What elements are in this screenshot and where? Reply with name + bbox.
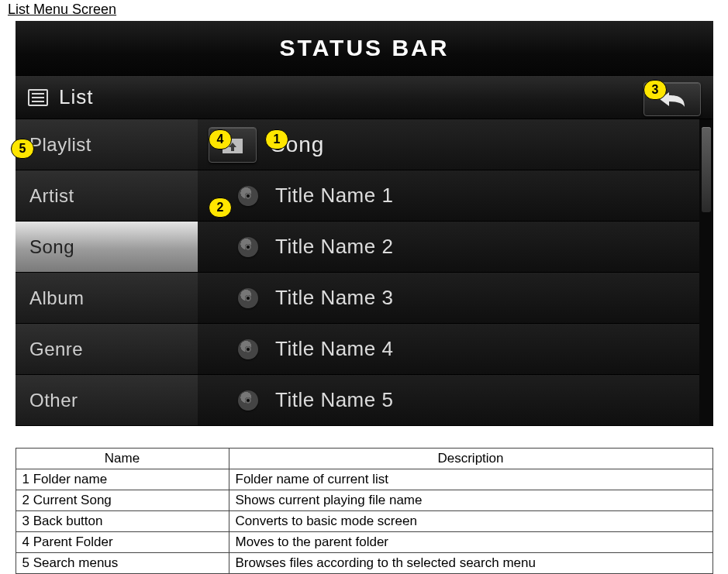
cell-desc: Browses files according to th selected s… [229,553,712,574]
cell-name: 2 Current Song [16,490,229,511]
table-header-name: Name [16,449,229,469]
song-icon [238,339,258,359]
sidebar-item-label: Genre [29,339,83,360]
sidebar-item-genre[interactable]: Genre [16,324,198,375]
track-title: Title Name 1 [275,184,393,208]
callout-5: 5 [11,139,34,159]
track-row[interactable]: Title Name 5 [198,375,713,426]
table-row: 1 Folder name Folder name of current lis… [16,469,712,490]
status-bar: STATUS BAR [16,21,713,76]
sidebar-item-artist[interactable]: Artist [16,170,198,222]
sidebar-item-label: Song [29,236,74,258]
track-row[interactable]: Title Name 4 [198,324,713,375]
device-screen: STATUS BAR List Playlist Artist Song Alb… [16,21,713,426]
sidebar-item-song[interactable]: Song [16,222,198,273]
cell-desc: Moves to the parent folder [229,532,712,553]
track-title: Title Name 4 [275,337,393,361]
track-title: Title Name 3 [275,286,393,310]
sidebar-item-album[interactable]: Album [16,273,198,324]
cell-desc: Converts to basic mode screen [229,511,712,532]
table-row: 5 Search menus Browses files according t… [16,553,712,574]
cell-name: 4 Parent Folder [16,532,229,553]
song-icon [238,288,258,308]
track-title: Title Name 2 [275,235,393,259]
sidebar-item-label: Other [29,390,78,411]
sidebar-item-label: Artist [29,185,74,207]
track-row[interactable]: Title Name 3 [198,273,713,324]
callout-2: 2 [209,198,232,218]
description-table: Name Description 1 Folder name Folder na… [16,448,713,574]
table-header-desc: Description [229,449,712,469]
sidebar-item-label: Album [29,287,85,309]
callout-1: 1 [265,129,288,150]
list-header-label: List [59,85,93,109]
list-icon [28,89,48,106]
list-header-bar: List [16,76,713,119]
track-row[interactable]: Title Name 2 [198,222,713,273]
song-icon [238,237,258,257]
table-row: 2 Current Song Shows current playing fil… [16,490,712,511]
song-icon [238,390,258,411]
sidebar-item-label: Playlist [29,134,91,156]
search-menu-sidebar: Playlist Artist Song Album Genre Other [16,119,198,426]
callout-3: 3 [643,80,667,100]
scrollbar[interactable] [699,119,713,426]
page-heading: List Menu Screen [8,0,720,21]
content-pane: Song Title Name 1 Title Name 2 Title Nam… [198,119,713,426]
song-icon [238,186,258,206]
sidebar-item-other[interactable]: Other [16,375,198,426]
callout-4: 4 [209,129,232,150]
cell-name: 1 Folder name [16,469,229,490]
track-title: Title Name 5 [275,388,393,412]
scrollbar-thumb[interactable] [702,127,711,212]
track-row[interactable]: Title Name 1 [198,170,713,222]
cell-name: 5 Search menus [16,553,229,574]
sidebar-item-playlist[interactable]: Playlist [16,119,198,170]
table-row: 4 Parent Folder Moves to the parent fold… [16,532,712,553]
table-row: 3 Back button Converts to basic mode scr… [16,511,712,532]
cell-desc: Folder name of current list [229,469,712,490]
cell-name: 3 Back button [16,511,229,532]
cell-desc: Shows current playing file name [229,490,712,511]
